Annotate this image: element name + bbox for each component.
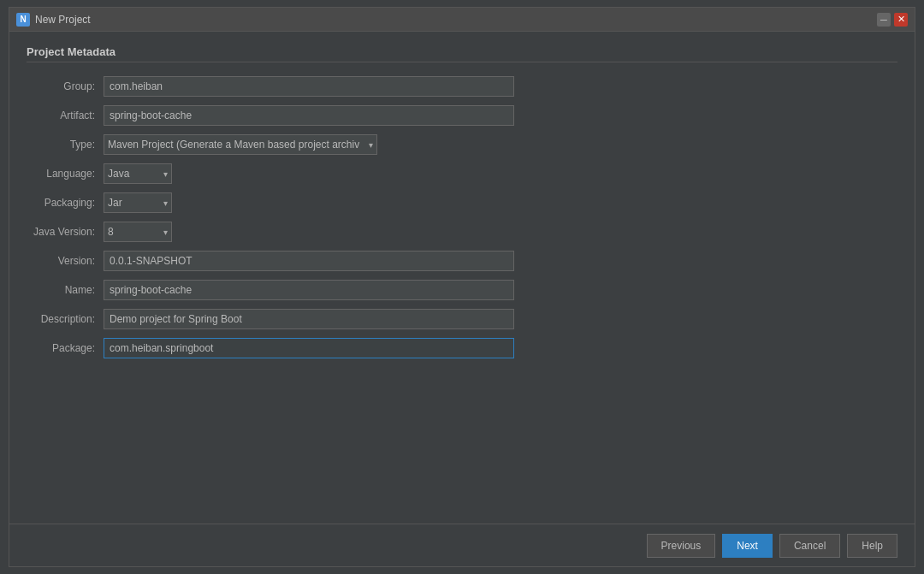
language-row: Language: Java Kotlin Groovy xyxy=(27,163,897,184)
main-content: Project Metadata Group: Artifact: Type: … xyxy=(9,32,915,524)
java-version-select[interactable]: 8 11 17 xyxy=(104,222,172,242)
package-row: Package: xyxy=(27,338,897,358)
name-row: Name: xyxy=(27,280,897,300)
close-button[interactable]: ✕ xyxy=(894,13,908,27)
java-version-select-wrapper: 8 11 17 xyxy=(104,222,172,242)
window-title: New Project xyxy=(35,14,91,26)
packaging-row: Packaging: Jar War xyxy=(27,192,897,213)
language-label: Language: xyxy=(27,168,104,180)
artifact-input[interactable] xyxy=(104,105,514,126)
packaging-select[interactable]: Jar War xyxy=(104,192,172,213)
cancel-button[interactable]: Cancel xyxy=(779,534,840,558)
title-bar-controls: ─ ✕ xyxy=(877,13,908,27)
name-label: Name: xyxy=(27,284,104,296)
next-button[interactable]: Next xyxy=(722,534,773,558)
packaging-label: Packaging: xyxy=(27,197,104,209)
description-input[interactable] xyxy=(104,309,514,329)
description-row: Description: xyxy=(27,309,897,329)
description-label: Description: xyxy=(27,313,104,325)
java-version-row: Java Version: 8 11 17 xyxy=(27,222,897,242)
package-input[interactable] xyxy=(104,338,514,358)
help-button[interactable]: Help xyxy=(847,534,897,558)
artifact-label: Artifact: xyxy=(27,109,104,121)
bottom-bar: Previous Next Cancel Help xyxy=(9,524,915,566)
window-icon: N xyxy=(16,13,30,27)
java-version-label: Java Version: xyxy=(27,226,104,238)
minimize-button[interactable]: ─ xyxy=(877,13,891,27)
group-label: Group: xyxy=(27,80,104,92)
previous-button[interactable]: Previous xyxy=(647,534,716,558)
type-select[interactable]: Maven Project (Generate a Maven based pr… xyxy=(104,134,377,155)
new-project-window: N New Project ─ ✕ Project Metadata Group… xyxy=(9,7,915,567)
group-row: Group: xyxy=(27,76,897,97)
title-bar: N New Project ─ ✕ xyxy=(9,8,915,32)
version-label: Version: xyxy=(27,255,104,267)
packaging-select-wrapper: Jar War xyxy=(104,192,172,213)
package-label: Package: xyxy=(27,342,104,354)
version-row: Version: xyxy=(27,251,897,271)
type-label: Type: xyxy=(27,139,104,151)
version-input[interactable] xyxy=(104,251,514,271)
artifact-row: Artifact: xyxy=(27,105,897,126)
type-row: Type: Maven Project (Generate a Maven ba… xyxy=(27,134,897,155)
language-select-wrapper: Java Kotlin Groovy xyxy=(104,163,172,184)
name-input[interactable] xyxy=(104,280,514,300)
type-select-wrapper: Maven Project (Generate a Maven based pr… xyxy=(104,134,377,155)
language-select[interactable]: Java Kotlin Groovy xyxy=(104,163,172,184)
title-bar-left: N New Project xyxy=(16,13,91,27)
section-title: Project Metadata xyxy=(27,45,897,62)
form-area: Group: Artifact: Type: Maven Project (Ge… xyxy=(27,76,897,510)
group-input[interactable] xyxy=(104,76,514,97)
